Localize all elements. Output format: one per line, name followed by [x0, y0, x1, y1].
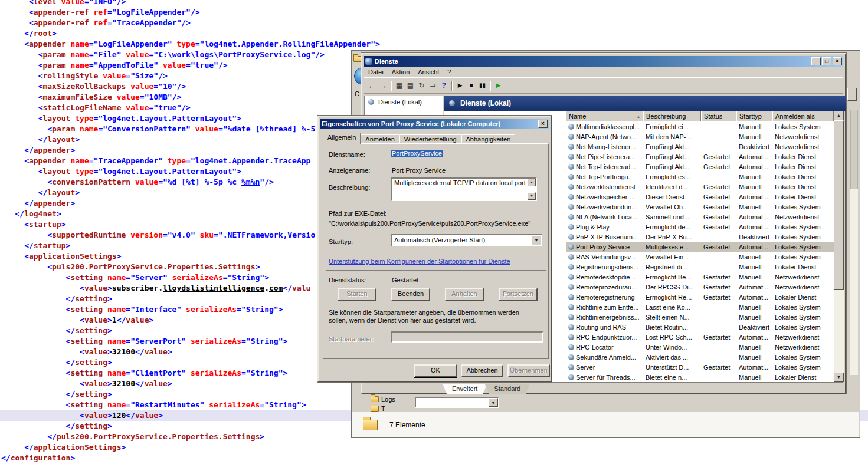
service-row[interactable]: Net.Pipe-Listenera...Empfängt Akt...Gest…	[566, 152, 834, 162]
pause-button[interactable]: Anhalten	[445, 288, 484, 301]
code-line[interactable]: <level value="INFO"/>	[0, 0, 868, 7]
export-list-icon[interactable]: ⇒	[427, 80, 438, 91]
code-line[interactable]: </applicationSettings>	[0, 442, 868, 453]
start-service-icon[interactable]: ▶	[454, 80, 466, 91]
service-row[interactable]: RAS-Verbindungsv...Verwaltet Ein...Manue…	[566, 252, 834, 262]
cell-anmeldenals: Lokaler Dienst	[772, 172, 834, 182]
code-line[interactable]: <appender-ref ref="LogFileAppender"/>	[0, 7, 868, 18]
starttyp-value: Automatisch (Verzögerter Start)	[392, 235, 541, 243]
service-row[interactable]: Routing und RASBietet Routin...Deaktivie…	[566, 322, 834, 332]
starttyp-combobox[interactable]: Automatisch (Verzögerter Start) ▼	[391, 234, 542, 246]
service-row[interactable]: ServerUnterstützt D...GestartetAutomat..…	[566, 362, 834, 372]
service-row[interactable]: Richtlinienergebniss...Stellt einen N...…	[566, 312, 834, 322]
cell-anmeldenals: Lokales System	[772, 222, 834, 232]
cell-status	[701, 232, 736, 242]
folder-tree-item[interactable]: Logs	[371, 394, 412, 404]
service-row[interactable]: RPC-LocatorUnter Windo...ManuellNetzwerk…	[566, 342, 834, 352]
dialog-titlebar[interactable]: Eigenschaften von Port Proxy Service (Lo…	[320, 119, 549, 129]
beschreibung-textbox[interactable]: Multiplexes external TCP/IP data on loca…	[391, 177, 537, 201]
service-row[interactable]: RemoteregistrierungErmöglicht Re...Gesta…	[566, 292, 834, 302]
scroll-down-icon[interactable]: ▼	[834, 373, 844, 382]
tab-anmelden[interactable]: Anmelden	[361, 134, 399, 144]
starttyp-dropdown-icon[interactable]: ▼	[532, 235, 541, 245]
service-row[interactable]: Net.Tcp-Listenerad...Empfängt Akt...Gest…	[566, 162, 834, 172]
close-button[interactable]: ×	[833, 57, 842, 65]
desc-scroll-up-icon[interactable]: ▲	[528, 179, 536, 186]
explorer-combobox[interactable]: ▼	[415, 397, 499, 408]
service-row[interactable]: Server für Threads...Bietet eine n...Man…	[566, 372, 834, 382]
startparameter-input[interactable]	[391, 331, 543, 343]
cell-status	[701, 372, 736, 382]
apply-button[interactable]: Übernehmen	[507, 364, 550, 377]
menu-item-aktion[interactable]: Aktion	[388, 67, 414, 77]
service-row[interactable]: Plug & PlayErmöglicht de...GestartetAuto…	[566, 222, 834, 232]
service-row[interactable]: Richtlinie zum Entfe...Lässt eine Ko...M…	[566, 302, 834, 312]
forward-icon[interactable]: →	[378, 80, 389, 91]
pause-service-icon[interactable]: ▮▮	[477, 80, 488, 91]
ok-button[interactable]: OK	[414, 364, 457, 377]
code-line[interactable]: <appender-ref ref="TraceAppender"/>	[0, 18, 868, 28]
back-icon[interactable]: ←	[366, 80, 378, 91]
column-header-beschreibung[interactable]: Beschreibung	[643, 111, 701, 121]
maximize-button[interactable]: □	[822, 57, 831, 65]
explorer-scroll-thumb[interactable]	[850, 110, 858, 189]
service-row[interactable]: Net.Tcp-Portfreiga...Ermöglicht es...Man…	[566, 172, 834, 182]
tab-allgemein[interactable]: Allgemein	[323, 133, 361, 144]
service-row[interactable]: Remotedesktopdie...Ermöglicht Be...Gesta…	[566, 272, 834, 282]
column-header-status[interactable]: Status	[701, 111, 736, 121]
tab-wiederherstellung[interactable]: Wiederherstellung	[399, 134, 461, 144]
service-row[interactable]: Sekundäre Anmeld...Aktiviert das ...Manu…	[566, 352, 834, 362]
service-row[interactable]: PnP-X-IP-Busenum...Der PnP-X-Bu...Deakti…	[566, 232, 834, 242]
show-console-tree-icon[interactable]: ▦	[394, 80, 405, 91]
service-row[interactable]: Net.Msmq-Listener...Empfängt Akt...Deakt…	[566, 141, 834, 152]
service-row[interactable]: Registrierungsdiens...Registriert di...M…	[566, 262, 834, 272]
service-row[interactable]: NLA (Network Loca...Sammelt und ...Gesta…	[566, 212, 834, 222]
dienstname-label: Dienstname:	[329, 151, 365, 158]
service-row[interactable]: Port Proxy ServiceMultiplexes e...Gestar…	[566, 242, 834, 252]
list-scrollbar[interactable]: ▲ ▼	[834, 111, 844, 382]
tree-item-dienste-lokal[interactable]: Dienste (Lokal)	[365, 96, 443, 106]
properties-icon[interactable]: ▤	[405, 80, 416, 91]
menu-item-ansicht[interactable]: Ansicht	[414, 67, 443, 77]
column-header-name[interactable]: Name▲	[566, 111, 643, 121]
explorer-scrollbar[interactable]	[850, 110, 858, 375]
restart-service-icon[interactable]: ▶	[493, 80, 504, 91]
column-header-starttyp[interactable]: Starttyp	[736, 111, 772, 121]
refresh-icon[interactable]: ↻	[416, 80, 427, 91]
help-icon[interactable]: ?	[438, 80, 450, 91]
column-header-anmeldenals[interactable]: Anmelden als	[772, 111, 834, 121]
menu-item-hilfe[interactable]: ?	[443, 67, 455, 77]
cancel-button[interactable]: Abbrechen	[461, 364, 503, 377]
tab-abhngigkeiten[interactable]: Abhängigkeiten	[461, 134, 516, 144]
combobox-dropdown-icon[interactable]: ▼	[489, 398, 498, 407]
menu-item-datei[interactable]: Datei	[364, 67, 388, 77]
code-line[interactable]: <appender name="LogFileAppender" type="l…	[0, 39, 868, 50]
desc-scroll-down-icon[interactable]: ▼	[528, 192, 536, 200]
stop-button[interactable]: Beenden	[391, 288, 430, 301]
services-titlebar[interactable]: Dienste _□×	[364, 56, 843, 67]
dienstname-value[interactable]: PortProxyService	[391, 150, 443, 157]
code-line[interactable]: </root>	[0, 28, 868, 39]
startoptions-help-link[interactable]: Unterstützung beim Konfigurieren der Sta…	[329, 258, 510, 265]
cell-starttyp: Automat...	[736, 242, 772, 252]
minimize-button[interactable]: _	[811, 57, 821, 65]
folder-tree: LogsT	[371, 394, 412, 412]
stop-service-icon[interactable]: ■	[466, 80, 477, 91]
scroll-thumb[interactable]	[834, 120, 844, 290]
scroll-up-icon[interactable]: ▲	[834, 111, 844, 120]
service-row[interactable]: NAP-Agent (Netwo...Mit dem NAP-...Manuel…	[566, 131, 834, 141]
folder-tree-item[interactable]: T	[371, 404, 412, 412]
resume-button[interactable]: Fortsetzen	[499, 288, 538, 301]
cell-name: Netzwerkverbindun...	[566, 202, 643, 212]
view-tab-standard[interactable]: Standard	[484, 384, 530, 394]
service-row[interactable]: NetzwerklistendienstIdentifiziert d...Ge…	[566, 182, 834, 192]
service-row[interactable]: Remoteprozedurau...Der RPCSS-Di...Gestar…	[566, 282, 834, 292]
view-tab-erweitert[interactable]: Erweitert	[443, 384, 487, 394]
code-line[interactable]: </configuration>	[0, 453, 868, 463]
service-row[interactable]: Multimediaklassenpl...Ermöglicht ei...Ma…	[566, 121, 834, 131]
service-row[interactable]: RPC-Endpunktzuor...Löst RPC-Sch...Gestar…	[566, 332, 834, 342]
service-row[interactable]: Netzwerkspeicher-...Dieser Dienst...Gest…	[566, 192, 834, 202]
dialog-close-button[interactable]: ×	[538, 120, 548, 128]
service-row[interactable]: Netzwerkverbindun...Verwaltet Ob...Gesta…	[566, 202, 834, 212]
start-button[interactable]: Starten	[338, 288, 376, 301]
